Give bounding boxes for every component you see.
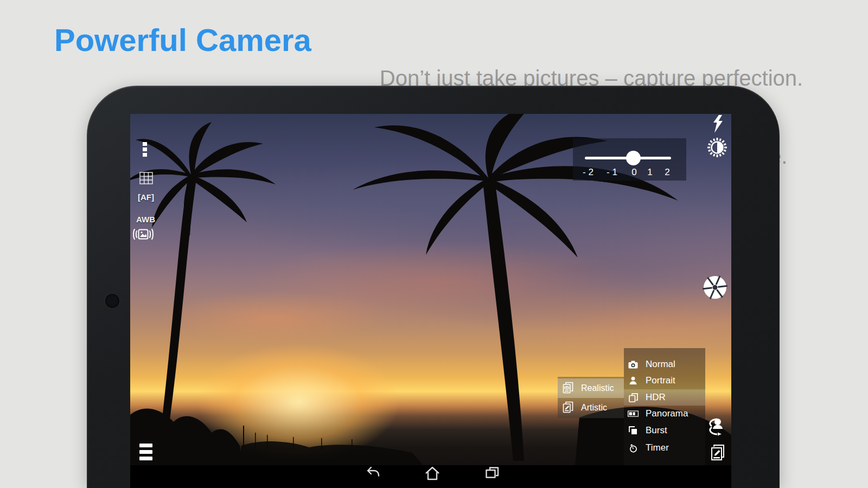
mode-item-label: Panorama	[646, 408, 688, 419]
stabilization-button[interactable]	[132, 227, 154, 244]
mode-item-hdr[interactable]: HDR	[624, 389, 705, 406]
back-button[interactable]	[366, 466, 381, 481]
house-icon	[425, 466, 440, 481]
grid-overlay-button[interactable]	[139, 172, 153, 187]
sun-contrast-icon	[707, 137, 727, 158]
mode-item-label: Normal	[646, 359, 675, 370]
mode-item-burst[interactable]: Burst	[624, 422, 705, 439]
hdr-submenu: Realistic Artistic	[558, 377, 624, 418]
hdr-stack-icon	[628, 393, 639, 402]
mode-item-label: HDR	[646, 392, 666, 403]
exposure-slider-thumb[interactable]	[626, 151, 641, 165]
exposure-tick: 1	[647, 167, 652, 178]
settings-drawer-button[interactable]	[139, 444, 152, 463]
active-effect-indicator[interactable]	[710, 444, 726, 464]
submenu-item-realistic[interactable]: Realistic	[558, 378, 624, 398]
lightning-bolt-icon	[712, 115, 725, 133]
undo-arrow-icon	[366, 466, 381, 481]
burst-icon	[628, 426, 639, 435]
bar	[139, 457, 152, 460]
mode-item-timer[interactable]: Timer	[624, 440, 705, 456]
bar	[139, 450, 152, 454]
mode-item-label: Timer	[646, 442, 669, 453]
tablet-mockup: [AF] AWB - 2 - 1 0 1 2	[87, 86, 780, 488]
white-balance-button[interactable]: AWB	[136, 215, 155, 224]
exposure-tick: - 1	[607, 167, 617, 178]
camera-switch-button[interactable]	[706, 416, 730, 439]
submenu-item-label: Realistic	[581, 383, 614, 393]
exposure-tick: 2	[665, 167, 669, 178]
photos-eye-icon	[562, 382, 574, 395]
overflow-menu-button[interactable]	[143, 142, 147, 158]
submenu-item-label: Artistic	[581, 403, 607, 413]
stabilization-icon	[132, 227, 154, 242]
camera-switch-icon	[706, 416, 730, 437]
dot	[143, 142, 147, 146]
camera-icon	[628, 361, 639, 369]
mode-item-portrait[interactable]: Portrait	[624, 373, 705, 389]
mode-menu: Normal Portrait HDR Panorama	[624, 348, 705, 465]
person-icon	[628, 376, 639, 385]
dot	[143, 153, 147, 157]
grid-icon	[139, 172, 153, 184]
mode-item-label: Portrait	[646, 375, 675, 386]
shutter-button[interactable]	[703, 275, 727, 302]
flash-button[interactable]	[712, 115, 725, 136]
mode-item-panorama[interactable]: Panorama	[624, 406, 705, 422]
front-camera-dot	[105, 294, 119, 308]
page-title: Powerful Camera	[54, 22, 311, 58]
bar	[139, 444, 152, 447]
stacked-photos-pen-icon	[710, 444, 726, 462]
exposure-tick: 0	[631, 167, 636, 178]
recents-button[interactable]	[484, 466, 500, 481]
exposure-panel: - 2 - 1 0 1 2	[573, 138, 686, 181]
overlapping-rects-icon	[484, 466, 500, 481]
android-navbar	[130, 465, 731, 488]
submenu-item-artistic[interactable]: Artistic	[558, 398, 624, 418]
home-button[interactable]	[425, 466, 440, 481]
aperture-icon	[703, 275, 727, 300]
camera-app-screen: [AF] AWB - 2 - 1 0 1 2	[130, 114, 731, 488]
mode-item-normal[interactable]: Normal	[624, 356, 705, 373]
exposure-tick: - 2	[583, 167, 593, 178]
autofocus-button[interactable]: [AF]	[138, 192, 154, 202]
panorama-icon	[628, 410, 639, 417]
dot	[143, 147, 147, 151]
mode-item-label: Burst	[646, 425, 667, 436]
photos-pen-icon	[562, 401, 574, 414]
stopwatch-icon	[628, 444, 639, 453]
brightness-button[interactable]	[707, 137, 727, 160]
